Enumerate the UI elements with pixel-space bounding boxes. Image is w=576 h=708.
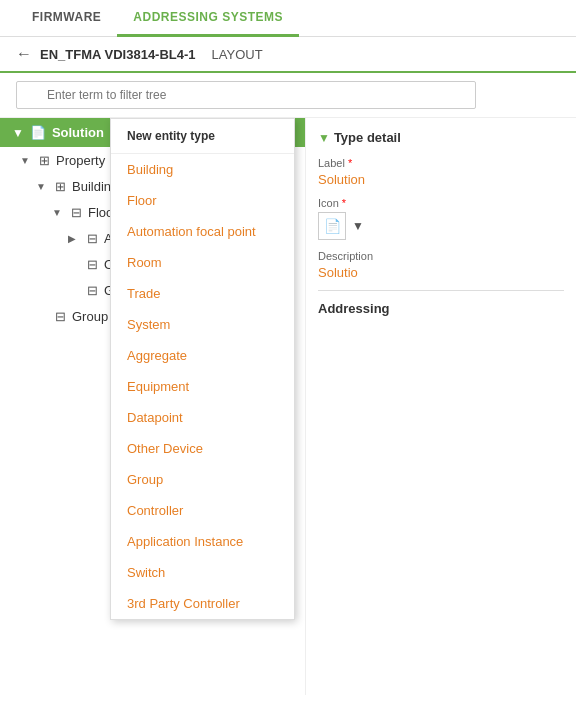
tab-addressing-systems[interactable]: ADDRESSING SYSTEMS <box>117 0 299 37</box>
description-label: Description <box>318 250 564 262</box>
top-tabs: FIRMWARE ADDRESSING SYSTEMS <box>0 0 576 37</box>
dropdown-item-app-instance[interactable]: Application Instance <box>111 526 294 557</box>
solution-doc-icon: 📄 <box>30 125 46 140</box>
chevron-building: ▼ <box>36 181 48 192</box>
dropdown-item-room[interactable]: Room <box>111 247 294 278</box>
solution-chevron: ▼ <box>12 126 24 140</box>
dropdown-item-equipment[interactable]: Equipment <box>111 371 294 402</box>
group-l4-icon: ⊟ <box>84 282 100 298</box>
dropdown-item-group[interactable]: Group <box>111 464 294 495</box>
property-icon: ⊞ <box>36 152 52 168</box>
main-content: ▼ 📄 Solution ▼ ⊞ Property ▼ ⊞ Building ▼… <box>0 118 576 695</box>
building-icon: ⊞ <box>52 178 68 194</box>
dropdown-item-3rd-party[interactable]: 3rd Party Controller <box>111 588 294 619</box>
right-panel: ▼ Type detail Label * Solution Icon * 📄 … <box>305 118 576 695</box>
nav-title: EN_TFMA VDI3814-BL4-1 <box>40 47 196 62</box>
nav-bar: ← EN_TFMA VDI3814-BL4-1 LAYOUT <box>0 37 576 73</box>
panel-title-text: Type detail <box>334 130 401 145</box>
dropdown-item-other-device[interactable]: Other Device <box>111 433 294 464</box>
dropdown-item-building[interactable]: Building <box>111 154 294 185</box>
panel-title: ▼ Type detail <box>318 130 564 145</box>
icon-field-label: Icon * <box>318 197 564 209</box>
panel-chevron-icon: ▼ <box>318 131 330 145</box>
dropdown-header: New entity type <box>111 119 294 154</box>
search-wrapper: 🔍 <box>16 81 476 109</box>
dropdown-item-controller[interactable]: Controller <box>111 495 294 526</box>
description-value: Solutio <box>318 265 564 280</box>
back-button[interactable]: ← <box>16 45 32 63</box>
dropdown-item-system[interactable]: System <box>111 309 294 340</box>
label-field-value: Solution <box>318 172 564 187</box>
dropdown-item-automation[interactable]: Automation focal point <box>111 216 294 247</box>
icon-row: 📄 ▼ <box>318 212 564 240</box>
nav-layout[interactable]: LAYOUT <box>212 47 263 62</box>
label-field-label: Label * <box>318 157 564 169</box>
floor-icon: ⊟ <box>68 204 84 220</box>
tab-firmware[interactable]: FIRMWARE <box>16 0 117 37</box>
group-l2-label: Group <box>72 309 108 324</box>
chevron-automation: ▶ <box>68 233 80 244</box>
group-l2-icon: ⊟ <box>52 308 68 324</box>
dropdown-menu: New entity type Building Floor Automatio… <box>110 118 295 620</box>
chevron-property: ▼ <box>20 155 32 166</box>
solution-label: Solution <box>52 125 104 140</box>
chevron-floor: ▼ <box>52 207 64 218</box>
icon-preview: 📄 <box>318 212 346 240</box>
dropdown-item-floor[interactable]: Floor <box>111 185 294 216</box>
icon-dropdown-button[interactable]: ▼ <box>352 219 364 233</box>
addressing-label: Addressing <box>318 301 564 316</box>
dropdown-item-switch[interactable]: Switch <box>111 557 294 588</box>
automation-icon: ⊟ <box>84 230 100 246</box>
search-bar: 🔍 <box>0 73 576 118</box>
dropdown-item-datapoint[interactable]: Datapoint <box>111 402 294 433</box>
property-label: Property <box>56 153 105 168</box>
panel-divider <box>318 290 564 291</box>
dropdown-item-trade[interactable]: Trade <box>111 278 294 309</box>
dropdown-item-aggregate[interactable]: Aggregate <box>111 340 294 371</box>
other-device-icon: ⊟ <box>84 256 100 272</box>
search-input[interactable] <box>16 81 476 109</box>
